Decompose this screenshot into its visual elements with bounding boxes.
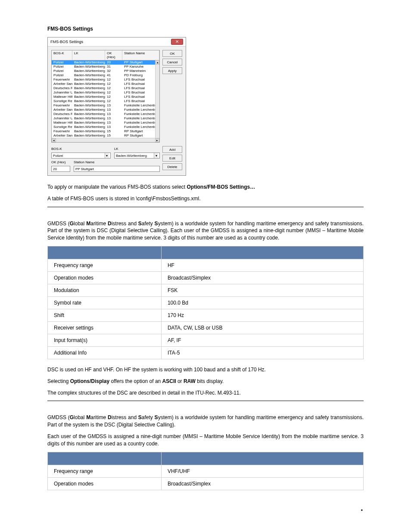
station-name-input[interactable]: PP Stuttgart <box>74 166 160 172</box>
spec-table-1: Frequency rangeHFOperation modesBroadcas… <box>47 246 364 359</box>
spec-table-2: Frequency rangeVHF/UHFOperation modesBro… <box>47 452 364 490</box>
divider <box>47 207 364 207</box>
table-row[interactable]: FeuerwehrBaden-Württemberg12LFS Bruchsal <box>52 78 159 82</box>
apply-button[interactable]: Apply <box>162 67 182 74</box>
listview-body: PolizeiBaden-Württemberg20PP StuttgartPo… <box>52 60 159 138</box>
table-row: Frequency rangeVHF/UHF <box>48 465 364 477</box>
scroll-right-icon[interactable]: ▸ <box>155 138 159 142</box>
para-apply: To apply or manipulate the various FMS-B… <box>47 184 364 191</box>
okhex-label: OK (Hex) <box>51 159 70 165</box>
itu-rec-para: The complex structures of the DSC are de… <box>47 389 364 397</box>
close-button[interactable]: ✕ <box>171 39 183 45</box>
table-row: Symbol rate100.0 Bd <box>48 296 364 309</box>
gmdss2-intro: GMDSS (Global Maritime Distress and Safe… <box>47 414 364 429</box>
dsc-hf-para: DSC is used on HF and VHF. On HF the sys… <box>47 366 364 373</box>
table-row[interactable]: Johanniter Unf...Baden-Württemberg12LFS … <box>52 90 159 95</box>
table-row[interactable]: PolizeiBaden-Württemberg20PP Stuttgart <box>52 60 159 65</box>
table-row: Operation modesBroadcast/Simplex <box>48 477 364 490</box>
ok-button[interactable]: OK <box>162 50 182 57</box>
table-row: Receiver settingsDATA, CW, LSB or USB <box>48 321 364 334</box>
lk-combo-value: Baden-Württemberg <box>116 154 147 158</box>
table-row[interactable]: FeuerwehrBaden-Württemberg15RP Stuttgart <box>52 129 159 134</box>
table-row[interactable]: PolizeiBaden-Württemberg31PP Karsruhe <box>52 65 159 69</box>
page-footer: • <box>47 507 364 513</box>
table-row[interactable]: PolizeiBaden-Württemberg41PD Freiburg <box>52 73 159 78</box>
station-listview[interactable]: BOS-K LK OK (Hex) Station Name PolizeiBa… <box>51 50 160 143</box>
table-row[interactable]: Sonstige Rettu...Baden-Württemberg13Funk… <box>52 125 159 129</box>
chevron-down-icon[interactable]: ▾ <box>154 153 158 158</box>
table-row[interactable]: PolizeiBaden-Württemberg32PP Mannheim <box>52 69 159 73</box>
scroll-left-icon[interactable]: ◂ <box>52 138 56 142</box>
section-heading: FMS-BOS Settings <box>47 26 364 32</box>
para-config-path: A table of FMS-BOS users is stored in \c… <box>47 195 364 202</box>
table-row[interactable]: Sonstige Rettu...Baden-Württemberg12LFS … <box>52 99 159 103</box>
table-row[interactable]: Malteser Hilfsdi...Baden-Württemberg13Fu… <box>52 121 159 125</box>
table-row: Frequency rangeHF <box>48 259 364 271</box>
bosk-combo[interactable]: Polizei ▾ <box>51 152 111 159</box>
station-name-label: Station Name <box>74 159 160 165</box>
table-row[interactable]: Deutsches Rot...Baden-Württemberg12LFS B… <box>52 86 159 90</box>
table-row[interactable]: Arbeiter Samari...Baden-Württemberg15RP … <box>52 134 159 138</box>
col-header-name[interactable]: Station Name <box>122 50 159 60</box>
table-row[interactable]: Johanniter Unf...Baden-Württemberg13Funk… <box>52 116 159 121</box>
cancel-button[interactable]: Cancel <box>162 59 182 65</box>
table-row: Shift170 Hz <box>48 309 364 321</box>
fms-bos-settings-dialog: FMS-BOS Settings ✕ BOS-K LK OK (Hex) Sta… <box>47 37 186 176</box>
dialog-titlebar: FMS-BOS Settings ✕ <box>48 37 186 47</box>
table-row[interactable]: Arbeiter Samari...Baden-Württemberg12LFS… <box>52 82 159 86</box>
listview-header: BOS-K LK OK (Hex) Station Name <box>52 50 159 60</box>
options-display-para: Selecting Options/Display offers the opt… <box>47 378 364 385</box>
table-row: Additional InfoITA-5 <box>48 346 364 359</box>
edit-button[interactable]: Edit <box>162 155 182 162</box>
lk-combo[interactable]: Baden-Württemberg ▾ <box>114 152 160 159</box>
scroll-up-icon[interactable]: ▴ <box>156 60 159 65</box>
col-header-bosk[interactable]: BOS-K <box>52 50 72 60</box>
table-row[interactable]: FeuerwehrBaden-Württemberg13Funkstelle L… <box>52 103 159 108</box>
divider <box>47 401 364 401</box>
vertical-scrollbar[interactable]: ▴ <box>155 60 159 138</box>
add-button[interactable]: Add <box>162 146 182 153</box>
bosk-label: BOS-K <box>51 146 111 152</box>
okhex-input[interactable]: 20 <box>51 166 70 172</box>
horizontal-scrollbar[interactable]: ◂ ▸ <box>52 138 159 142</box>
bosk-combo-value: Polizei <box>53 154 63 158</box>
chevron-down-icon[interactable]: ▾ <box>105 153 109 158</box>
table-row: Input format(s)AF, IF <box>48 334 364 346</box>
col-header-lk[interactable]: LK <box>72 50 105 60</box>
delete-button[interactable]: Delete <box>162 163 182 170</box>
lk-label: LK <box>114 146 160 152</box>
table-row[interactable]: Deutsches Rot...Baden-Württemberg13Funks… <box>52 112 159 116</box>
table-row[interactable]: Malteser Hilfsdi...Baden-Württemberg12LF… <box>52 95 159 99</box>
gmdss2-para2: Each user of the GMDSS is assigned a nin… <box>47 433 364 448</box>
table-row[interactable]: Arbeiter Samari...Baden-Württemberg13Fun… <box>52 108 159 112</box>
col-header-okhex[interactable]: OK (Hex) <box>105 50 122 60</box>
table-row: Operation modesBroadcast/Simplex <box>48 271 364 284</box>
dialog-title: FMS-BOS Settings <box>50 40 83 44</box>
gmdss1-intro: GMDSS (Global Maritime Distress and Safe… <box>47 220 364 242</box>
table-row: ModulationFSK <box>48 284 364 296</box>
